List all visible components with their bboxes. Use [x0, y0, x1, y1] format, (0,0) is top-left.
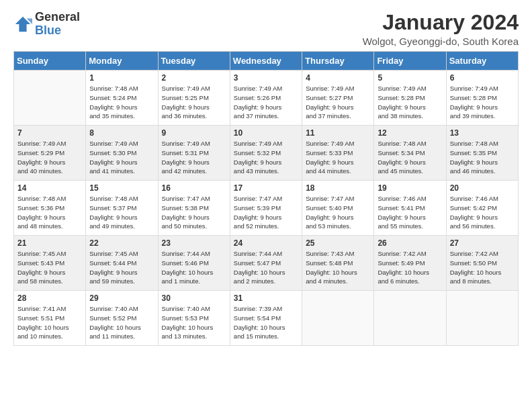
calendar-week-row: 21Sunrise: 7:45 AMSunset: 5:43 PMDayligh… [14, 236, 519, 291]
day-number: 4 [306, 73, 370, 83]
day-info: Sunrise: 7:45 AMSunset: 5:43 PMDaylight:… [17, 249, 82, 286]
calendar-day-cell: 12Sunrise: 7:48 AMSunset: 5:34 PMDayligh… [374, 126, 446, 181]
day-number: 15 [89, 183, 154, 193]
day-info: Sunrise: 7:46 AMSunset: 5:41 PMDaylight:… [378, 194, 442, 231]
day-info: Sunrise: 7:49 AMSunset: 5:30 PMDaylight:… [89, 139, 154, 176]
day-number: 19 [378, 183, 442, 193]
day-number: 17 [234, 183, 298, 193]
calendar-day-cell: 29Sunrise: 7:40 AMSunset: 5:52 PMDayligh… [86, 291, 158, 346]
calendar-day-cell [446, 291, 518, 346]
day-info: Sunrise: 7:46 AMSunset: 5:42 PMDaylight:… [450, 194, 515, 231]
day-number: 1 [89, 73, 154, 83]
day-info: Sunrise: 7:48 AMSunset: 5:35 PMDaylight:… [450, 139, 515, 176]
calendar-day-cell: 14Sunrise: 7:48 AMSunset: 5:36 PMDayligh… [14, 181, 86, 236]
day-number: 12 [378, 128, 442, 138]
day-number: 24 [234, 238, 298, 248]
weekday-header-row: Sunday Monday Tuesday Wednesday Thursday… [14, 52, 519, 71]
page: General Blue January 2024 Wolgot, Gyeong… [0, 0, 532, 357]
day-info: Sunrise: 7:47 AMSunset: 5:38 PMDaylight:… [162, 194, 226, 231]
calendar-week-row: 28Sunrise: 7:41 AMSunset: 5:51 PMDayligh… [14, 291, 519, 346]
calendar-day-cell: 30Sunrise: 7:40 AMSunset: 5:53 PMDayligh… [158, 291, 230, 346]
header-sunday: Sunday [14, 52, 86, 71]
header-tuesday: Tuesday [158, 52, 230, 71]
day-info: Sunrise: 7:49 AMSunset: 5:28 PMDaylight:… [450, 84, 515, 121]
day-info: Sunrise: 7:48 AMSunset: 5:24 PMDaylight:… [89, 84, 154, 121]
calendar-day-cell: 2Sunrise: 7:49 AMSunset: 5:25 PMDaylight… [158, 71, 230, 126]
day-number: 25 [306, 238, 370, 248]
day-number: 26 [378, 238, 442, 248]
calendar-day-cell: 15Sunrise: 7:48 AMSunset: 5:37 PMDayligh… [86, 181, 158, 236]
day-info: Sunrise: 7:49 AMSunset: 5:25 PMDaylight:… [162, 84, 226, 121]
header-thursday: Thursday [302, 52, 374, 71]
calendar-day-cell [14, 71, 86, 126]
calendar-day-cell: 9Sunrise: 7:49 AMSunset: 5:31 PMDaylight… [158, 126, 230, 181]
day-number: 31 [234, 293, 298, 303]
calendar-week-row: 1Sunrise: 7:48 AMSunset: 5:24 PMDaylight… [14, 71, 519, 126]
header-monday: Monday [86, 52, 158, 71]
header-saturday: Saturday [446, 52, 518, 71]
day-number: 10 [234, 128, 298, 138]
day-info: Sunrise: 7:44 AMSunset: 5:47 PMDaylight:… [234, 249, 298, 286]
month-title: January 2024 [363, 11, 519, 34]
day-number: 11 [306, 128, 370, 138]
calendar-day-cell: 7Sunrise: 7:49 AMSunset: 5:29 PMDaylight… [14, 126, 86, 181]
day-number: 29 [89, 293, 154, 303]
day-number: 13 [450, 128, 515, 138]
day-number: 8 [89, 128, 154, 138]
calendar-day-cell: 24Sunrise: 7:44 AMSunset: 5:47 PMDayligh… [230, 236, 302, 291]
logo-blue-text: Blue [35, 24, 80, 38]
calendar-day-cell: 31Sunrise: 7:39 AMSunset: 5:54 PMDayligh… [230, 291, 302, 346]
logo-general-text: General [35, 11, 80, 24]
day-number: 18 [306, 183, 370, 193]
day-info: Sunrise: 7:40 AMSunset: 5:53 PMDaylight:… [162, 304, 226, 341]
day-info: Sunrise: 7:39 AMSunset: 5:54 PMDaylight:… [234, 304, 298, 341]
day-number: 23 [162, 238, 226, 248]
calendar-day-cell: 4Sunrise: 7:49 AMSunset: 5:27 PMDaylight… [302, 71, 374, 126]
day-info: Sunrise: 7:49 AMSunset: 5:29 PMDaylight:… [17, 139, 82, 176]
calendar-day-cell [374, 291, 446, 346]
calendar-day-cell: 11Sunrise: 7:49 AMSunset: 5:33 PMDayligh… [302, 126, 374, 181]
day-info: Sunrise: 7:43 AMSunset: 5:48 PMDaylight:… [306, 249, 370, 286]
day-number: 5 [378, 73, 442, 83]
calendar-day-cell: 13Sunrise: 7:48 AMSunset: 5:35 PMDayligh… [446, 126, 518, 181]
day-number: 3 [234, 73, 298, 83]
header-friday: Friday [374, 52, 446, 71]
calendar-day-cell: 21Sunrise: 7:45 AMSunset: 5:43 PMDayligh… [14, 236, 86, 291]
calendar-week-row: 7Sunrise: 7:49 AMSunset: 5:29 PMDaylight… [14, 126, 519, 181]
title-block: January 2024 Wolgot, Gyeonggi-do, South … [363, 11, 519, 47]
calendar-day-cell: 1Sunrise: 7:48 AMSunset: 5:24 PMDaylight… [86, 71, 158, 126]
day-info: Sunrise: 7:49 AMSunset: 5:32 PMDaylight:… [234, 139, 298, 176]
calendar-day-cell: 25Sunrise: 7:43 AMSunset: 5:48 PMDayligh… [302, 236, 374, 291]
calendar-day-cell: 10Sunrise: 7:49 AMSunset: 5:32 PMDayligh… [230, 126, 302, 181]
calendar-day-cell: 26Sunrise: 7:42 AMSunset: 5:49 PMDayligh… [374, 236, 446, 291]
day-info: Sunrise: 7:42 AMSunset: 5:49 PMDaylight:… [378, 249, 442, 286]
day-info: Sunrise: 7:47 AMSunset: 5:39 PMDaylight:… [234, 194, 298, 231]
day-info: Sunrise: 7:41 AMSunset: 5:51 PMDaylight:… [17, 304, 82, 341]
day-number: 28 [17, 293, 82, 303]
day-info: Sunrise: 7:45 AMSunset: 5:44 PMDaylight:… [89, 249, 154, 286]
calendar-day-cell: 22Sunrise: 7:45 AMSunset: 5:44 PMDayligh… [86, 236, 158, 291]
calendar-day-cell: 20Sunrise: 7:46 AMSunset: 5:42 PMDayligh… [446, 181, 518, 236]
day-info: Sunrise: 7:49 AMSunset: 5:28 PMDaylight:… [378, 84, 442, 121]
calendar-day-cell: 16Sunrise: 7:47 AMSunset: 5:38 PMDayligh… [158, 181, 230, 236]
day-info: Sunrise: 7:42 AMSunset: 5:50 PMDaylight:… [450, 249, 515, 286]
header: General Blue January 2024 Wolgot, Gyeong… [13, 11, 519, 47]
calendar-day-cell: 3Sunrise: 7:49 AMSunset: 5:26 PMDaylight… [230, 71, 302, 126]
day-number: 7 [17, 128, 82, 138]
header-wednesday: Wednesday [230, 52, 302, 71]
calendar-day-cell: 17Sunrise: 7:47 AMSunset: 5:39 PMDayligh… [230, 181, 302, 236]
day-info: Sunrise: 7:47 AMSunset: 5:40 PMDaylight:… [306, 194, 370, 231]
logo-text: General Blue [35, 11, 80, 38]
calendar-day-cell: 27Sunrise: 7:42 AMSunset: 5:50 PMDayligh… [446, 236, 518, 291]
location: Wolgot, Gyeonggi-do, South Korea [363, 36, 519, 47]
day-number: 20 [450, 183, 515, 193]
calendar-day-cell: 5Sunrise: 7:49 AMSunset: 5:28 PMDaylight… [374, 71, 446, 126]
day-number: 27 [450, 238, 515, 248]
day-number: 9 [162, 128, 226, 138]
day-number: 14 [17, 183, 82, 193]
day-info: Sunrise: 7:48 AMSunset: 5:34 PMDaylight:… [378, 139, 442, 176]
day-number: 2 [162, 73, 226, 83]
calendar-week-row: 14Sunrise: 7:48 AMSunset: 5:36 PMDayligh… [14, 181, 519, 236]
logo: General Blue [13, 11, 80, 38]
day-info: Sunrise: 7:49 AMSunset: 5:33 PMDaylight:… [306, 139, 370, 176]
